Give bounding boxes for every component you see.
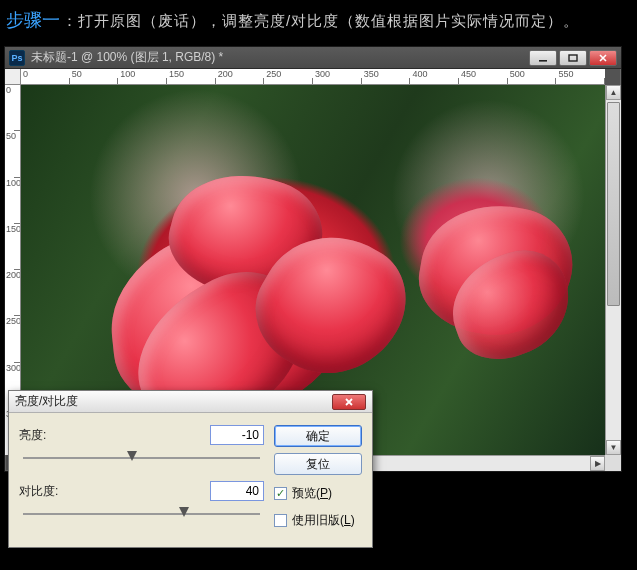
ruler-h-tick: 50 [70, 69, 119, 84]
document-title: 未标题-1 @ 100% (图层 1, RGB/8) * [31, 49, 523, 66]
contrast-label: 对比度: [19, 483, 79, 500]
svg-rect-0 [539, 60, 547, 62]
brightness-contrast-dialog: 亮度/对比度 亮度: 对比度: 确定 复位 [8, 390, 373, 548]
brightness-row: 亮度: [19, 425, 264, 445]
caption-line: 步骤一 ：打开原图（废话），调整亮度/对比度（数值根据图片实际情况而定）。 [0, 0, 637, 42]
ruler-v-tick: 150 [5, 224, 20, 270]
brightness-slider-thumb[interactable] [127, 451, 137, 461]
ruler-v-tick: 0 [5, 85, 20, 131]
dialog-titlebar[interactable]: 亮度/对比度 [9, 391, 372, 413]
ok-button[interactable]: 确定 [274, 425, 362, 447]
step-text: ：打开原图（废话），调整亮度/对比度（数值根据图片实际情况而定）。 [62, 12, 579, 31]
dialog-controls: 亮度: 对比度: [19, 425, 264, 537]
preview-label: 预览(P) [292, 485, 332, 502]
window-titlebar[interactable]: Ps 未标题-1 @ 100% (图层 1, RGB/8) * [5, 47, 621, 69]
ruler-horizontal[interactable]: 050100150200250300350400450500550 [21, 69, 605, 85]
dialog-title: 亮度/对比度 [15, 393, 332, 410]
scroll-v-thumb[interactable] [607, 102, 620, 306]
contrast-row: 对比度: [19, 481, 264, 501]
ruler-h-tick: 300 [313, 69, 362, 84]
step-label: 步骤一 [6, 8, 60, 32]
dialog-close-button[interactable] [332, 394, 366, 410]
preview-checkbox-row[interactable]: 预览(P) [274, 485, 362, 502]
contrast-slider[interactable] [23, 505, 260, 525]
ruler-h-tick: 550 [556, 69, 605, 84]
legacy-checkbox[interactable] [274, 514, 287, 527]
ruler-h-tick: 500 [508, 69, 557, 84]
ruler-h-tick: 400 [410, 69, 459, 84]
ruler-h-tick: 100 [118, 69, 167, 84]
scroll-up-button[interactable]: ▲ [606, 85, 621, 100]
scroll-down-button[interactable]: ▼ [606, 440, 621, 455]
contrast-slider-thumb[interactable] [179, 507, 189, 517]
minimize-button[interactable] [529, 50, 557, 66]
scroll-right-button[interactable]: ▶ [590, 456, 605, 471]
scrollbar-vertical[interactable]: ▲ ▼ [605, 85, 621, 455]
ruler-v-tick: 50 [5, 131, 20, 177]
dialog-buttons: 确定 复位 预览(P) 使用旧版(L) [274, 425, 362, 537]
legacy-label: 使用旧版(L) [292, 512, 355, 529]
reset-button[interactable]: 复位 [274, 453, 362, 475]
close-button[interactable] [589, 50, 617, 66]
brightness-slider[interactable] [23, 449, 260, 469]
ruler-h-tick: 150 [167, 69, 216, 84]
brightness-label: 亮度: [19, 427, 79, 444]
ruler-v-tick: 250 [5, 316, 20, 362]
ruler-h-tick: 450 [459, 69, 508, 84]
ruler-v-tick: 100 [5, 178, 20, 224]
maximize-button[interactable] [559, 50, 587, 66]
photoshop-icon: Ps [9, 50, 25, 66]
scrollbar-corner [605, 455, 621, 471]
ruler-h-tick: 0 [21, 69, 70, 84]
dialog-body: 亮度: 对比度: 确定 复位 预览(P) [9, 413, 372, 547]
contrast-input[interactable] [210, 481, 264, 501]
preview-checkbox[interactable] [274, 487, 287, 500]
brightness-input[interactable] [210, 425, 264, 445]
legacy-checkbox-row[interactable]: 使用旧版(L) [274, 512, 362, 529]
ruler-h-tick: 350 [362, 69, 411, 84]
ruler-v-tick: 200 [5, 270, 20, 316]
scroll-v-track[interactable] [606, 100, 621, 440]
ruler-origin[interactable] [5, 69, 21, 85]
ruler-h-tick: 200 [216, 69, 265, 84]
svg-rect-1 [569, 55, 577, 61]
window-controls [529, 50, 617, 66]
ruler-h-tick: 250 [264, 69, 313, 84]
